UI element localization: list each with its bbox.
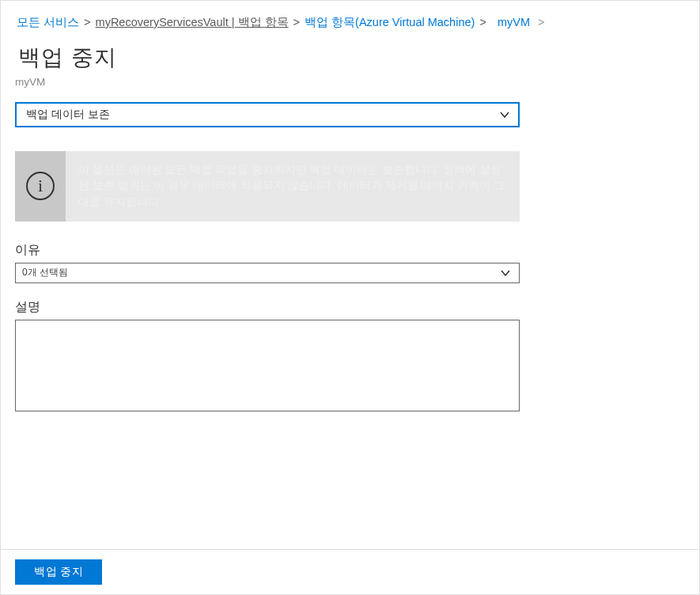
breadcrumb-separator: >: [538, 16, 544, 28]
page-title: 백업 중지: [18, 43, 683, 73]
dropdown-selected-text: 백업 데이터 보존: [26, 108, 110, 122]
stop-backup-button[interactable]: 백업 중지: [15, 559, 102, 585]
breadcrumb-backup-items-avm[interactable]: 백업 항목(Azure Virtual Machine): [305, 16, 475, 28]
description-textarea[interactable]: [15, 320, 520, 411]
chevron-down-icon: [499, 109, 510, 120]
description-label: 설명: [15, 299, 520, 316]
breadcrumb-separator: >: [293, 16, 300, 28]
reason-dropdown[interactable]: 0개 선택됨: [15, 263, 520, 283]
info-box: i 이 옵션은 예약된 모든 백업 작업을 중지하지만 백업 데이터는 보존합니…: [15, 151, 520, 222]
reason-label: 이유: [15, 242, 520, 259]
description-field-group: 설명: [15, 299, 520, 415]
breadcrumb-myvm[interactable]: myVM: [498, 16, 530, 28]
info-icon-container: i: [15, 151, 66, 222]
breadcrumb-separator: >: [479, 16, 486, 28]
info-text: 이 옵션은 예약된 모든 백업 작업을 중지하지만 백업 데이터는 보존합니다.…: [66, 151, 520, 222]
backup-data-option-dropdown[interactable]: 백업 데이터 보존: [15, 102, 520, 127]
breadcrumb: 모든 서비스 > myRecoveryServicesVault | 백업 항목…: [1, 1, 699, 36]
reason-field-group: 이유 0개 선택됨: [15, 242, 520, 283]
reason-selected-text: 0개 선택됨: [22, 266, 68, 279]
info-icon: i: [26, 172, 55, 200]
breadcrumb-vault-backup-items[interactable]: myRecoveryServicesVault | 백업 항목: [96, 16, 289, 28]
footer: 백업 중지: [1, 549, 699, 594]
breadcrumb-separator: >: [84, 16, 90, 28]
chevron-down-icon: [500, 267, 511, 279]
breadcrumb-all-services[interactable]: 모든 서비스: [17, 16, 79, 28]
page-subtitle: myVM: [1, 74, 699, 102]
page-header: 백업 중지: [1, 36, 699, 74]
